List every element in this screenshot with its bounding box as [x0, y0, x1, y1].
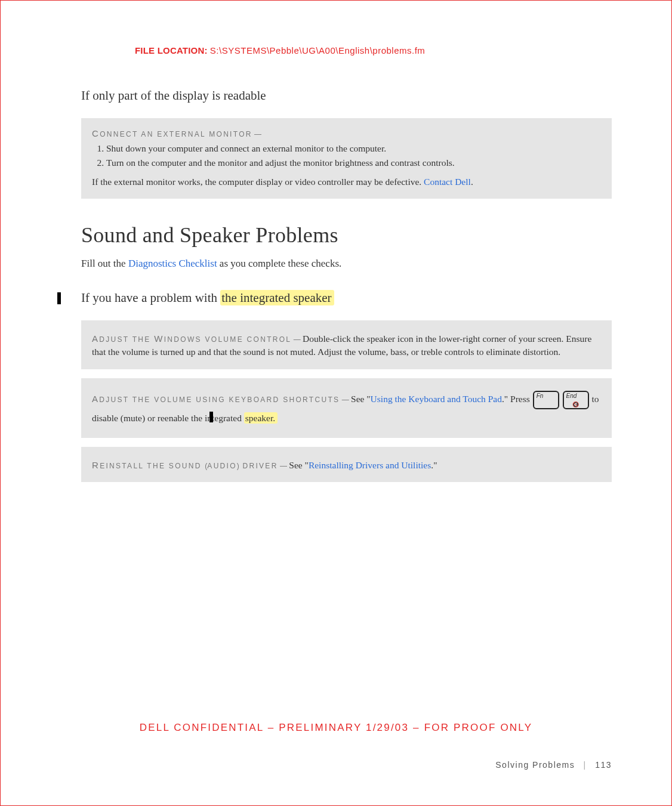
highlight-speaker: speaker. — [244, 412, 278, 424]
box-body: ADJUST THE WINDOWS VOLUME CONTROL — Doub… — [92, 332, 601, 358]
box-reinstall-sound-driver: REINSTALL THE SOUND (AUDIO) DRIVER — See… — [81, 447, 612, 483]
box-adjust-windows-volume: ADJUST THE WINDOWS VOLUME CONTROL — Doub… — [81, 320, 612, 369]
link-diagnostics-checklist[interactable]: Diagnostics Checklist — [128, 258, 217, 269]
file-location-path: S:\SYSTEMS\Pebble\UG\A00\English\problem… — [210, 45, 425, 55]
document-page: FILE LOCATION: S:\SYSTEMS\Pebble\UG\A00\… — [0, 0, 672, 806]
file-location-header: FILE LOCATION: S:\SYSTEMS\Pebble\UG\A00\… — [135, 45, 612, 55]
subheading-integrated-speaker-problem: If you have a problem with the integrate… — [81, 291, 612, 305]
link-using-keyboard-touchpad[interactable]: Using the Keyboard and Touch Pad — [371, 394, 502, 404]
box-adjust-volume-keyboard: ADJUST THE VOLUME USING KEYBOARD SHORTCU… — [81, 378, 612, 438]
divider-icon: | — [584, 760, 587, 770]
steps-list: Shut down your computer and connect an e… — [92, 142, 601, 169]
box-lead: ADJUST THE WINDOWS VOLUME CONTROL — — [92, 335, 303, 344]
keycap-end-mute: End🔇 — [563, 391, 589, 409]
highlight-integrated-speaker: the integrated speaker — [220, 290, 334, 305]
page-footer: Solving Problems | 113 — [495, 760, 612, 770]
keycap-fn: Fn — [533, 391, 559, 409]
revision-bar-icon — [57, 292, 61, 304]
box-connect-external-monitor: CONNECT AN EXTERNAL MONITOR — Shut down … — [81, 118, 612, 199]
link-reinstalling-drivers[interactable]: Reinstalling Drivers and Utilities — [309, 460, 431, 470]
box-note: If the external monitor works, the compu… — [92, 175, 601, 189]
step-item: Shut down your computer and connect an e… — [106, 142, 601, 155]
heading-sound-speaker-problems: Sound and Speaker Problems — [81, 223, 612, 248]
mute-icon: 🔇 — [572, 402, 579, 407]
box-lead: REINSTALL THE SOUND (AUDIO) DRIVER — — [92, 462, 289, 470]
link-contact-dell[interactable]: Contact Dell — [424, 177, 471, 187]
subheading-display-readable: If only part of the display is readable — [81, 88, 612, 103]
box-lead: CONNECT AN EXTERNAL MONITOR — — [92, 130, 261, 138]
box-body: REINSTALL THE SOUND (AUDIO) DRIVER — See… — [92, 459, 601, 472]
box-lead: ADJUST THE VOLUME USING KEYBOARD SHORTCU… — [92, 396, 351, 404]
revision-bar-icon — [209, 412, 213, 422]
step-item: Turn on the computer and the monitor and… — [106, 156, 601, 169]
content-body: If only part of the display is readable … — [81, 88, 612, 482]
intro-text: Fill out the Diagnostics Checklist as yo… — [81, 258, 612, 270]
confidential-footer: DELL CONFIDENTIAL – PRELIMINARY 1/29/03 … — [1, 722, 671, 734]
chapter-name: Solving Problems — [495, 760, 575, 770]
page-number: 113 — [595, 760, 612, 770]
file-location-label: FILE LOCATION: — [135, 45, 208, 55]
box-body: ADJUST THE VOLUME USING KEYBOARD SHORTCU… — [92, 390, 601, 427]
